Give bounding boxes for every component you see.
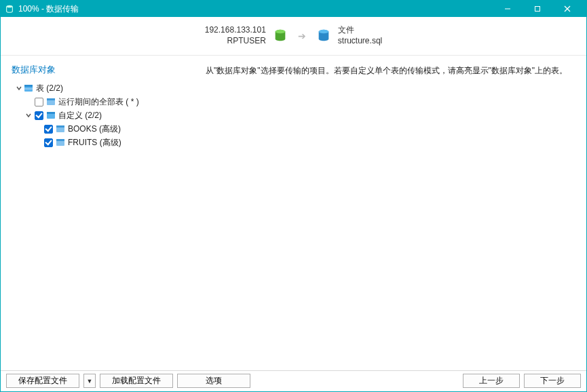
prev-button[interactable]: 上一步 xyxy=(463,374,520,388)
close-button[interactable] xyxy=(552,1,582,17)
svg-rect-10 xyxy=(24,85,33,87)
checkbox-custom[interactable] xyxy=(35,111,43,120)
connection-header: 192.168.133.101 RPTUSER ➔ 文件 structure.s… xyxy=(1,17,586,55)
svg-point-6 xyxy=(276,30,286,34)
target-file: structure.sql xyxy=(338,36,382,47)
svg-rect-15 xyxy=(47,112,55,114)
svg-rect-13 xyxy=(47,98,55,100)
checkbox-books[interactable] xyxy=(44,125,53,134)
window-title: 100% - 数据传输 xyxy=(18,3,79,15)
svg-point-0 xyxy=(7,5,13,8)
target-info: 文件 structure.sql xyxy=(338,25,382,46)
table-icon xyxy=(56,138,65,147)
chevron-down-icon: ▼ xyxy=(87,378,93,385)
svg-rect-2 xyxy=(535,7,540,12)
table-group-icon xyxy=(24,83,33,93)
tree-label-tables: 表 (2/2) xyxy=(36,81,63,95)
checkbox-runtime-all[interactable] xyxy=(35,98,43,106)
right-pane: 从"数据库对象"选择要传输的项目。若要自定义单个表的传输模式，请高亮显示"数据库… xyxy=(191,56,586,370)
svg-rect-19 xyxy=(56,139,64,141)
database-source-icon xyxy=(273,28,288,43)
save-profile-button[interactable]: 保存配置文件 xyxy=(6,374,79,388)
chevron-down-icon[interactable] xyxy=(14,83,24,93)
next-button[interactable]: 下一步 xyxy=(524,374,581,388)
tree-node-tables[interactable]: 表 (2/2) xyxy=(12,81,185,95)
tree-node-books[interactable]: BOOKS (高级) xyxy=(12,122,185,136)
load-profile-button[interactable]: 加载配置文件 xyxy=(100,374,173,388)
source-host: 192.168.133.101 xyxy=(205,25,266,36)
bottom-bar: 保存配置文件 ▼ 加载配置文件 选项 上一步 下一步 xyxy=(1,370,586,391)
app-icon xyxy=(5,4,14,14)
svg-point-8 xyxy=(319,30,329,34)
instruction-text: 从"数据库对象"选择要传输的项目。若要自定义单个表的传输模式，请高亮显示"数据库… xyxy=(206,65,575,77)
database-target-icon xyxy=(316,28,331,43)
tree-label-custom: 自定义 (2/2) xyxy=(58,109,102,122)
table-group-icon xyxy=(46,111,56,120)
title-bar: 100% - 数据传输 xyxy=(1,1,586,17)
options-button[interactable]: 选项 xyxy=(177,374,250,388)
left-pane: 数据库对象 表 (2/2) xyxy=(1,56,191,370)
table-icon xyxy=(46,97,56,106)
minimize-button[interactable] xyxy=(493,1,523,17)
target-label: 文件 xyxy=(338,25,382,36)
section-title-database-objects: 数据库对象 xyxy=(12,64,185,76)
tree-label-fruits: FRUITS (高级) xyxy=(68,136,121,149)
source-info: 192.168.133.101 RPTUSER xyxy=(205,25,266,46)
checkbox-fruits[interactable] xyxy=(44,138,53,147)
tree-node-runtime-all[interactable]: 运行期间的全部表 ( * ) xyxy=(12,95,185,109)
tree-node-custom[interactable]: 自定义 (2/2) xyxy=(12,109,185,122)
save-profile-dropdown[interactable]: ▼ xyxy=(83,374,96,388)
main-area: 数据库对象 表 (2/2) xyxy=(1,56,586,370)
tree-node-fruits[interactable]: FRUITS (高级) xyxy=(12,136,185,149)
tree-label-runtime-all: 运行期间的全部表 ( * ) xyxy=(58,95,139,109)
svg-rect-17 xyxy=(56,125,64,128)
chevron-down-icon[interactable] xyxy=(24,111,33,120)
source-user: RPTUSER xyxy=(205,36,266,47)
object-tree: 表 (2/2) 运行期间的全部表 ( * ) xyxy=(12,81,185,149)
tree-label-books: BOOKS (高级) xyxy=(68,122,121,136)
maximize-button[interactable] xyxy=(523,1,552,17)
arrow-right-icon: ➔ xyxy=(295,31,309,41)
table-icon xyxy=(56,124,65,134)
